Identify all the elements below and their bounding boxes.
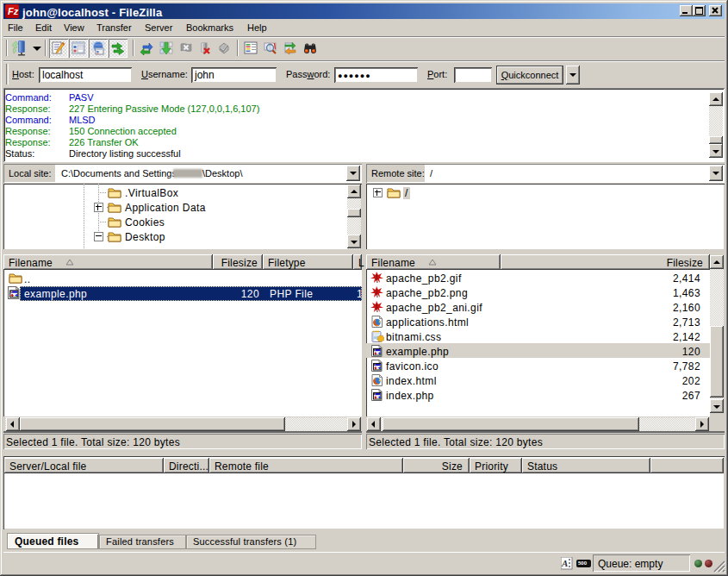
svg-text:A: A <box>561 558 568 568</box>
svg-text:Fz: Fz <box>8 6 19 16</box>
